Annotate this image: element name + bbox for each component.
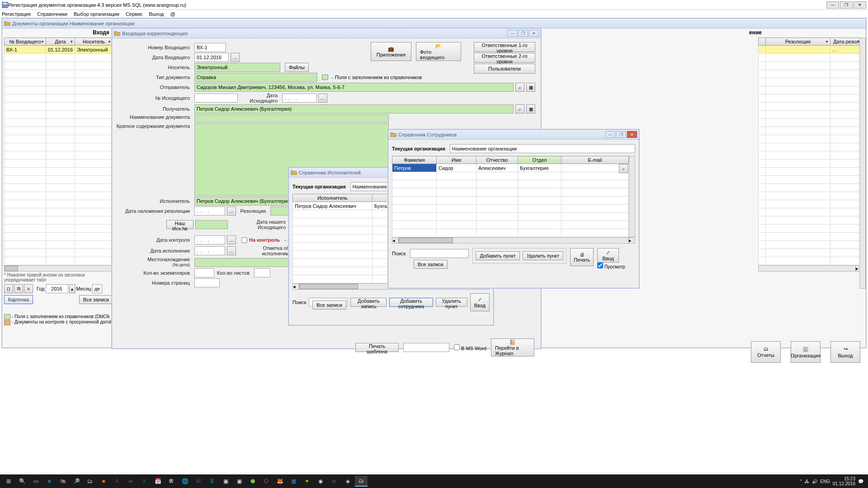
close-button[interactable]: ✕ [854,1,866,9]
copy-icon[interactable]: ⧉ [14,284,23,293]
num-in-input[interactable] [194,43,226,52]
word-checkbox-label[interactable]: В MS Word [454,344,486,351]
template-name-input[interactable] [403,343,449,352]
store-icon[interactable]: 🛍 [57,476,69,487]
tray-notifications-icon[interactable]: 💬 [858,479,863,484]
doc-minimize[interactable]: — [507,30,517,37]
start-icon[interactable]: ⊞ [2,476,15,487]
pages-input[interactable] [194,278,220,287]
col-num-in[interactable]: № Входящего▼ [5,38,46,46]
emp-del-button[interactable]: Удалить пункт [523,251,564,260]
col-carrier[interactable]: Носитель▼ [75,38,113,46]
to-table-icon[interactable]: ▦ [526,104,535,113]
emp-close[interactable]: ✕ [627,131,637,138]
word-checkbox[interactable] [454,344,460,350]
to-input[interactable] [194,104,514,113]
excel-icon[interactable]: X [138,476,151,487]
tray-network-icon[interactable]: 🖧 [805,479,809,484]
table-row[interactable]: Петров Сидор Алексеевич Бухгалтерия ⌕ [392,164,629,172]
tray-clock[interactable]: 15:2301.12.2016 [833,476,855,486]
tray-lang[interactable]: ENG [820,479,830,484]
type-input[interactable] [194,73,317,82]
vs-icon[interactable]: ∞ [124,476,137,487]
date-in-input[interactable] [194,53,229,62]
exec-add-record-button[interactable]: Добавить запись [350,298,387,307]
calendar-icon[interactable]: 📅 [151,476,164,487]
taskview-icon[interactable]: ▭ [29,476,42,487]
date-picker-icon[interactable]: … [231,53,240,62]
emp-view-checkbox[interactable] [597,263,603,268]
our-out-input[interactable] [195,220,228,229]
left-scroll-h[interactable] [4,265,113,272]
minimize-button[interactable]: — [826,1,839,9]
files-button[interactable]: Файлы [285,63,309,72]
emp-col-surname[interactable]: Фамилия [392,156,437,164]
browser-icon[interactable]: 🌐 [179,476,191,487]
docname-input[interactable] [194,114,389,122]
res-date-picker-icon[interactable]: … [227,206,236,216]
copies-input[interactable] [194,268,214,277]
num-out-input[interactable] [194,94,238,103]
sheets-input[interactable] [254,268,270,277]
emp-col-name[interactable]: Имя [437,156,476,164]
app5-icon[interactable]: ☺ [328,476,340,487]
new-icon[interactable]: 🗋 [4,284,13,293]
search-icon[interactable]: 🔍 [16,476,28,487]
app1-icon[interactable]: ▣ [219,476,232,487]
col-resolution[interactable]: Резолюция▼ [766,38,830,46]
emp-view-label[interactable]: Просмотр [597,264,625,269]
menu-directories[interactable]: Справочники [37,11,67,17]
office-icon[interactable]: ■ [97,476,110,487]
maximize-button[interactable]: ❐ [840,1,853,9]
emp-print-button[interactable]: 🖨Печать [570,248,594,266]
col-date[interactable]: Дата▼ [46,38,75,46]
res-date-input[interactable] [194,206,225,216]
resolution-input[interactable] [270,206,288,216]
from-lookup-icon[interactable]: ⌕ [515,83,524,92]
from-table-icon[interactable]: ▦ [526,83,535,92]
template-print-button[interactable]: Печать шаблона [355,343,399,352]
skype-icon[interactable]: S [206,476,218,487]
emp-row-lookup-icon[interactable]: ⌕ [619,164,628,173]
on-control-checkbox[interactable] [241,237,247,243]
exec-date-input[interactable] [194,246,225,255]
year-input[interactable] [46,284,68,293]
doc-close[interactable]: ✕ [529,30,539,37]
emp-minimize[interactable]: — [605,131,615,138]
explorer-icon[interactable]: 🗂 [84,476,96,487]
goto-journal-button[interactable]: 📔Перейти в Журнал [491,338,534,357]
right-scroll-v[interactable] [859,38,866,289]
tray-up-icon[interactable]: ˄ [800,479,802,484]
tray-volume-icon[interactable]: 🔊 [812,479,817,484]
all-records-button[interactable]: Все записи [79,295,113,304]
app2-icon[interactable]: ▣ [233,476,245,487]
current-app-icon[interactable]: 🗂 [355,476,368,487]
emp-restore[interactable]: ❐ [616,131,626,138]
exec-ok-button[interactable]: ✓Ввод [470,293,490,311]
location-input[interactable] [194,258,294,267]
menu-registration[interactable]: Регистрация [2,11,31,17]
emp-scroll-h[interactable]: ◂▸ [392,237,635,244]
reports-button[interactable]: 🗂Отчеты [751,341,781,363]
emp-col-patronymic[interactable]: Отчество [476,156,518,164]
access-icon[interactable]: A [111,476,123,487]
right-scroll-h[interactable]: ▸ [758,265,862,272]
table-row[interactable]: ВХ-1 01.12.2016 Электронный [5,46,113,54]
from-input[interactable] [194,83,514,92]
year-spin-icon[interactable]: ▴ [69,284,75,293]
menu-about[interactable]: @ [170,11,175,17]
menu-exit[interactable]: Выход [149,11,164,17]
exec-date-picker-icon[interactable]: … [227,246,236,255]
exec-all-button[interactable]: Все записи [312,300,346,310]
xdk-icon[interactable]: ▦ [287,476,300,487]
emp-col-email[interactable]: E-mail [561,156,629,164]
ctrl-date-picker-icon[interactable]: … [227,235,236,244]
app6-icon[interactable]: ◈ [341,476,354,487]
our-out-button[interactable]: Наш Исх.№ [166,220,193,229]
firefox-icon[interactable]: 🦊 [274,476,286,487]
org-button[interactable]: 🏢Организация [791,341,821,363]
emp-search-input[interactable] [410,249,469,258]
tool-icon[interactable]: 🛠 [165,476,178,487]
emp-ok-button[interactable]: ✓Ввод [597,248,619,263]
carrier-input[interactable] [194,63,280,72]
